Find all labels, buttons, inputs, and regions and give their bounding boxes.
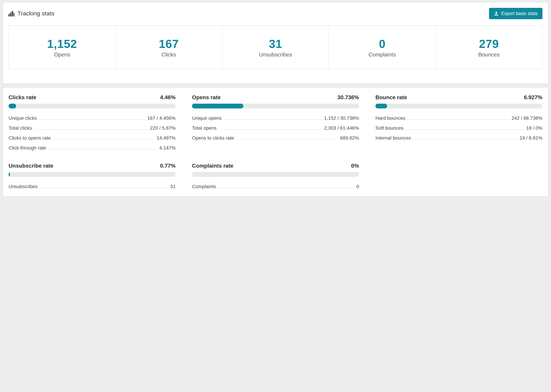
opens-rate-value: 30.736%	[338, 94, 359, 101]
stat-opens-label: Opens	[9, 52, 115, 58]
stat-clicks-value: 167	[116, 37, 222, 51]
rate-row: Total opens2,303 / 61.446%	[192, 123, 359, 133]
rate-row-value: 689.82%	[340, 135, 359, 140]
clicks-rate-value: 4.46%	[160, 94, 176, 101]
dotted-leader	[219, 129, 322, 129]
opens-rate-progressbar	[192, 104, 359, 108]
rate-row: Clicks to opens rate14.497%	[8, 133, 176, 143]
stat-unsubscribes-label: Unsubscribes	[222, 52, 329, 58]
rate-row-label: Hard bounces	[375, 115, 405, 121]
stat-clicks-label: Clicks	[116, 52, 222, 58]
opens-rate-title: Opens rate	[192, 94, 221, 101]
unsubscribe-rate-progress-fill	[8, 172, 10, 177]
unsubscribe-rate-progressbar	[8, 172, 176, 177]
rate-row: Opens to clicks rate689.82%	[192, 133, 359, 143]
dotted-leader	[224, 119, 322, 119]
clicks-rate-progress-fill	[8, 104, 16, 108]
rate-row-value: 1,152 / 30.736%	[324, 115, 359, 121]
bounce-rate-progress-fill	[375, 104, 387, 108]
bounce-rate-title: Bounce rate	[375, 94, 407, 101]
rate-row-label: Total clicks	[8, 125, 32, 131]
rate-row-value: 31	[170, 183, 176, 189]
bounce-rate-progressbar	[375, 104, 543, 108]
dotted-leader	[413, 139, 517, 139]
opens-rate-progress-fill	[192, 104, 243, 108]
dotted-leader	[34, 129, 148, 129]
stat-complaints: 0 Complaints	[329, 26, 436, 69]
rate-row: Unique opens1,152 / 30.736%	[192, 113, 359, 123]
tracking-stats-title-text: Tracking stats	[17, 10, 54, 17]
export-basic-stats-label: Export basic stats	[501, 11, 538, 16]
complaints-rate-value: 0%	[351, 163, 359, 169]
bounce-rate-value: 6.927%	[524, 94, 543, 101]
dotted-leader	[406, 129, 524, 129]
rate-row-value: 14.497%	[156, 135, 176, 140]
rate-block-opens: Opens rate 30.736% Unique opens1,152 / 3…	[192, 94, 359, 153]
rate-row: Complaints0	[192, 181, 359, 191]
tracking-stats-card: Tracking stats Export basic stats 1,152 …	[3, 2, 548, 84]
rate-row-value: 19 / 6.81%	[520, 135, 543, 140]
rate-block-unsubscribe: Unsubscribe rate 0.77% Unsubscribes31	[8, 163, 176, 191]
rate-row-label: Unique clicks	[8, 115, 37, 121]
dotted-leader	[39, 119, 145, 119]
stats-strip: 1,152 Opens 167 Clicks 31 Unsubscribes 0…	[8, 25, 543, 69]
rate-row-value: 220 / 5.87%	[150, 125, 176, 131]
rate-row-value: 2,303 / 61.446%	[324, 125, 359, 131]
rate-row-value: 18 / 0%	[526, 125, 543, 131]
rate-block-clicks: Clicks rate 4.46% Unique clicks167 / 4.4…	[8, 94, 176, 153]
dotted-leader	[53, 139, 154, 139]
clicks-rate-title: Clicks rate	[8, 94, 36, 101]
stat-bounces: 279 Bounces	[435, 26, 542, 69]
stat-complaints-value: 0	[329, 37, 436, 51]
page: Tracking stats Export basic stats 1,152 …	[0, 0, 551, 196]
unsubscribe-rate-value: 0.77%	[160, 163, 176, 169]
rate-row-label: Soft bounces	[375, 125, 403, 131]
tracking-stats-title: Tracking stats	[8, 10, 54, 17]
rate-row-value: 242 / 86.738%	[511, 115, 543, 121]
export-icon	[494, 11, 499, 16]
dotted-leader	[218, 188, 354, 188]
rate-row: Hard bounces242 / 86.738%	[375, 113, 543, 123]
complaints-rate-progressbar	[192, 172, 359, 177]
dotted-leader	[408, 119, 509, 119]
rate-row-label: Unsubscribes	[8, 183, 38, 189]
rate-row: Internal bounces19 / 6.81%	[375, 133, 543, 143]
rate-row: Click through rate4.147%	[8, 143, 176, 153]
clicks-rate-progressbar	[8, 104, 176, 108]
rate-row-label: Complaints	[192, 183, 216, 189]
rate-row-label: Total opens	[192, 125, 216, 131]
rate-row-label: Click through rate	[8, 145, 46, 150]
stat-unsubscribes-value: 31	[222, 37, 329, 51]
export-basic-stats-button[interactable]: Export basic stats	[489, 8, 543, 19]
rate-row-value: 0	[356, 183, 359, 189]
rate-row: Total clicks220 / 5.87%	[8, 123, 176, 133]
stat-bounces-label: Bounces	[436, 52, 542, 58]
rate-row-label: Unique opens	[192, 115, 222, 121]
unsubscribe-rate-title: Unsubscribe rate	[8, 163, 53, 169]
rate-row-value: 4.147%	[159, 145, 176, 150]
stat-bounces-value: 279	[436, 37, 542, 51]
stat-unsubscribes: 31 Unsubscribes	[222, 26, 329, 69]
rate-block-bounce: Bounce rate 6.927% Hard bounces242 / 86.…	[375, 94, 543, 153]
rates-card: Clicks rate 4.46% Unique clicks167 / 4.4…	[3, 87, 548, 196]
rate-row: Soft bounces18 / 0%	[375, 123, 543, 133]
bar-chart-icon	[8, 11, 14, 16]
rate-block-complaints: Complaints rate 0% Complaints0	[192, 163, 359, 191]
rate-row-value: 167 / 4.456%	[147, 115, 176, 121]
rate-row: Unique clicks167 / 4.456%	[8, 113, 176, 123]
rate-row-label: Opens to clicks rate	[192, 135, 234, 140]
rate-row: Unsubscribes31	[8, 181, 176, 191]
stat-clicks: 167 Clicks	[115, 26, 222, 69]
dotted-leader	[236, 139, 338, 139]
stat-complaints-label: Complaints	[329, 52, 436, 58]
dotted-leader	[40, 188, 168, 188]
complaints-rate-title: Complaints rate	[192, 163, 233, 169]
stat-opens: 1,152 Opens	[9, 26, 115, 69]
rate-row-label: Clicks to opens rate	[8, 135, 51, 140]
dotted-leader	[49, 149, 157, 149]
rate-row-label: Internal bounces	[375, 135, 411, 140]
stat-opens-value: 1,152	[9, 37, 115, 51]
